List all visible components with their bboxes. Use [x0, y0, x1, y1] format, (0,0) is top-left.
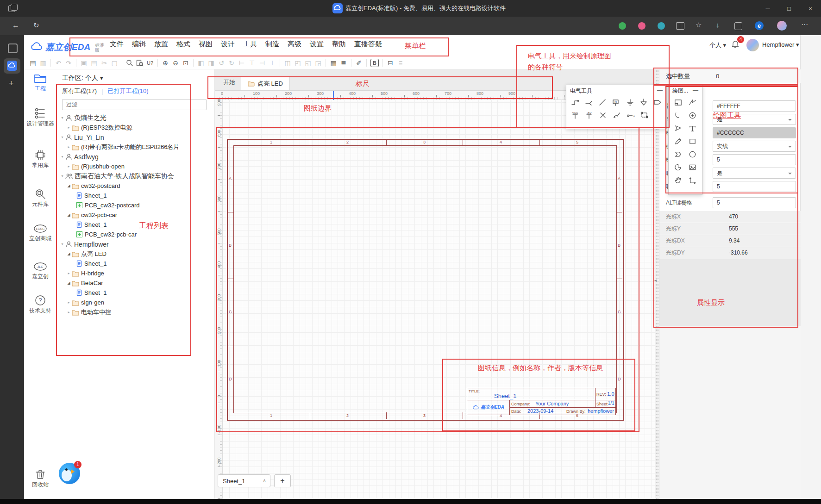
flip-vertical-icon[interactable]: ◨	[206, 58, 216, 68]
menu-help[interactable]: 帮助	[328, 38, 350, 50]
canvas-tool-icon[interactable]	[671, 96, 685, 109]
workspaces-icon[interactable]	[8, 4, 18, 13]
bom-icon[interactable]: B	[370, 59, 379, 67]
sheet-selector[interactable]: Sheet_1 ∧	[218, 474, 270, 487]
tree-project[interactable]: ▸sign-gen	[56, 298, 214, 307]
align-center-icon[interactable]: ◫	[282, 58, 293, 68]
tree-user[interactable]: ▾Asdfwyg	[56, 152, 214, 162]
drag-hand-tool-icon[interactable]	[671, 174, 685, 187]
tree-team[interactable]: ▾西南石油大学-铁人战队智能车协会	[56, 171, 214, 181]
tree-schematic-sheet[interactable]: Sheet_1	[56, 220, 214, 230]
pie-tool-icon[interactable]	[671, 161, 685, 174]
menu-format[interactable]: 格式	[172, 38, 194, 50]
image-tool-icon[interactable]	[685, 161, 699, 174]
line-tool-icon[interactable]	[595, 96, 609, 109]
rail-item-design-manager[interactable]: 设计管理器	[24, 107, 56, 127]
netlabel-tool-icon[interactable]: N	[609, 96, 623, 109]
pen-tool-icon[interactable]	[610, 109, 624, 122]
folder-export-icon[interactable]: ⊟	[385, 58, 395, 68]
tree-project[interactable]: ▸(R)usbhub-open	[56, 162, 214, 171]
split-screen-icon[interactable]	[676, 22, 684, 30]
rotate-right-icon[interactable]: ↻	[226, 58, 237, 68]
zoom-in-icon[interactable]: ⊕	[160, 58, 170, 68]
minimize-panel-icon[interactable]: —	[693, 87, 698, 95]
tree-schematic-sheet[interactable]: Sheet_1	[56, 191, 214, 200]
tree-schematic-sheet[interactable]: Sheet_1	[56, 259, 214, 268]
tree-project[interactable]: ◢cw32-postcard	[56, 181, 214, 191]
rail-item-jlc[interactable]: JLC 嘉立创	[24, 261, 56, 280]
magic-wand-icon[interactable]: ✐	[354, 58, 364, 68]
ground-tool-icon[interactable]	[623, 96, 637, 109]
align-middle-icon[interactable]: ◰	[293, 58, 303, 68]
extensions-puzzle-icon[interactable]	[734, 22, 742, 30]
menu-view[interactable]: 视图	[194, 38, 217, 50]
align-left-icon[interactable]: ⊢	[237, 58, 247, 68]
tab-active-document[interactable]: 点亮 LED	[241, 76, 290, 90]
flip-horizontal-icon[interactable]: ◧	[196, 58, 206, 68]
pencil-tool-icon[interactable]	[671, 135, 685, 148]
tree-project[interactable]: ▸电动车中控	[56, 307, 214, 317]
collections-icon[interactable]: ☆	[696, 21, 702, 29]
distribute-horizontal-icon[interactable]: ◱	[303, 58, 313, 68]
arrow-tool-icon[interactable]	[671, 122, 685, 135]
wire-tool-icon[interactable]	[568, 96, 582, 109]
distribute-vertical-icon[interactable]: ◲	[313, 58, 323, 68]
tab-all-projects[interactable]: 所有工程(17)	[62, 87, 97, 95]
minimize-button[interactable]: ─	[757, 0, 778, 17]
menu-edit[interactable]: 编辑	[128, 38, 150, 50]
tree-pcb[interactable]: PCB_cw32-pcb-car	[56, 230, 214, 239]
paste-icon[interactable]: ▤	[89, 58, 99, 68]
redo-icon[interactable]: ↷	[63, 58, 74, 68]
plus5v-flag-tool-icon[interactable]: +5V	[582, 109, 596, 122]
minimize-panel-icon[interactable]: —	[657, 87, 663, 95]
earth-ground-tool-icon[interactable]	[637, 96, 651, 109]
tree-project[interactable]: ◢cw32-pcb-car	[56, 210, 214, 220]
align-top-icon[interactable]: ⊤	[247, 58, 257, 68]
new-tab-plus-icon[interactable]: +	[9, 79, 14, 88]
rail-item-common-library[interactable]: 常用库	[24, 149, 56, 169]
username-menu[interactable]: Hempflower ▾	[762, 41, 799, 48]
undo-icon[interactable]: ↶	[53, 58, 63, 68]
ellipse-tool-icon[interactable]	[685, 148, 699, 161]
tree-schematic-sheet[interactable]: Sheet_1	[56, 288, 214, 298]
rotate-left-icon[interactable]: ↺	[216, 58, 226, 68]
menu-tools[interactable]: 工具	[239, 38, 261, 50]
add-sheet-button[interactable]: +	[274, 474, 291, 487]
tree-project[interactable]: ◢点亮 LED	[56, 249, 214, 259]
back-icon[interactable]: ←	[12, 21, 19, 30]
tab-start[interactable]: 开始	[218, 78, 241, 90]
arc-tool-icon[interactable]	[671, 109, 685, 122]
circle-center-tool-icon[interactable]	[685, 109, 699, 122]
tab-open-projects[interactable]: 已打开工程(10)	[108, 87, 149, 95]
tree-project[interactable]: ▸(R)ESP32数控电源	[56, 123, 214, 132]
export-icon[interactable]: ▥	[38, 58, 48, 68]
tree-user[interactable]: ▾Liu_Yi_Lin	[56, 132, 214, 142]
filter-input[interactable]	[62, 99, 207, 110]
extension-icon-2[interactable]	[638, 22, 646, 30]
menu-fabrication[interactable]: 制造	[261, 38, 283, 50]
layer-manager-icon[interactable]: ≡	[395, 58, 406, 68]
menu-settings[interactable]: 设置	[306, 38, 328, 50]
copy-icon[interactable]: ▣	[79, 58, 89, 68]
extension-icon-1[interactable]	[619, 22, 626, 30]
rail-item-component-library[interactable]: 元件库	[24, 188, 56, 208]
rail-item-lcsc-mall[interactable]: LCSC 立创商城	[24, 223, 56, 242]
rail-item-project[interactable]: 工程	[24, 73, 56, 92]
menu-place[interactable]: 放置	[150, 38, 172, 50]
extension-icon-3[interactable]	[658, 22, 665, 30]
pin-tool-icon[interactable]: 1	[624, 109, 638, 122]
workspace-selector[interactable]: 工作区: 个人 ▾	[56, 69, 214, 82]
tree-project[interactable]: ◢BetaCar	[56, 278, 214, 288]
tree-project[interactable]: ▸H-bridge	[56, 268, 214, 278]
background-color-input[interactable]: #FFFFFF	[713, 100, 796, 112]
splitter-collapse-icon[interactable]: ◂	[654, 278, 657, 283]
more-menu-icon[interactable]: ⋯	[801, 20, 808, 29]
group-select-tool-icon[interactable]	[638, 109, 652, 122]
panel-splitter[interactable]: ◂	[655, 69, 659, 504]
tree-pcb[interactable]: PCB_cw32-postcard	[56, 200, 214, 210]
tree-project[interactable]: ▸(R)带有两张ic卡功能的ESP8266名片	[56, 142, 214, 152]
polyline-tool-icon[interactable]	[685, 96, 699, 109]
bus-tool-icon[interactable]	[582, 96, 596, 109]
rectangle-tool-icon[interactable]	[685, 135, 699, 148]
menu-live-qa[interactable]: 直播答疑	[350, 38, 386, 50]
